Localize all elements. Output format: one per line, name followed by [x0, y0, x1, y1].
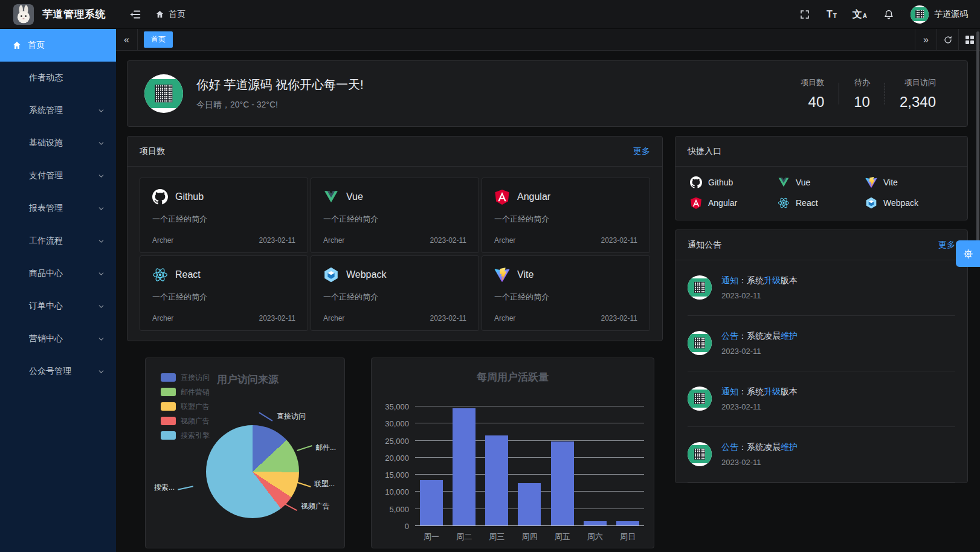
legend-item[interactable]: 邮件营销	[161, 385, 210, 399]
notice-avatar	[688, 387, 712, 411]
legend-item[interactable]: 视频广告	[161, 414, 210, 428]
user-avatar	[911, 5, 929, 24]
x-axis-label: 周三	[480, 531, 513, 542]
sidebar-item-report[interactable]: 报表管理	[0, 192, 116, 225]
webpack-icon	[323, 267, 339, 283]
pie-label: 邮件...	[297, 443, 336, 453]
app-title: 芋道管理系统	[42, 7, 106, 21]
project-card-react[interactable]: React 一个正经的简介 Archer2023-02-11	[140, 255, 308, 331]
legend-item[interactable]: 搜索引擎	[161, 428, 210, 443]
chevron-down-icon	[97, 270, 105, 278]
bar	[518, 483, 541, 525]
project-card-webpack[interactable]: Webpack 一个正经的简介 Archer2023-02-11	[311, 255, 479, 331]
sidebar-item-home[interactable]: 首页	[0, 29, 116, 62]
weather-text: 今日晴，20°C - 32°C!	[196, 100, 364, 111]
tab-home[interactable]: 首页	[144, 31, 173, 48]
tabs-scroll-right[interactable]: »	[915, 29, 936, 51]
shortcut-github[interactable]: Github	[690, 176, 778, 188]
angular-icon	[494, 189, 510, 205]
notice-date: 2023-02-11	[721, 402, 798, 411]
sidebar-item-marketing[interactable]: 营销中心	[0, 323, 116, 355]
github-icon	[152, 189, 168, 205]
tabs-scroll-left[interactable]: «	[116, 29, 138, 51]
notice-item[interactable]: 公告：系统凌晨维护 2023-02-11	[688, 316, 955, 371]
shortcut-card: 快捷入口 Github Vue Vite Angular React Webpa…	[675, 136, 968, 220]
bar-chart-card: 每周用户活跃量 05,00010,00015,00020,00025,00030…	[371, 358, 654, 548]
welcome-card: 你好 芋道源码 祝你开心每一天! 今日晴，20°C - 32°C! 项目数 40…	[127, 60, 968, 127]
shortcut-vue[interactable]: Vue	[778, 176, 865, 188]
shortcut-angular[interactable]: Angular	[690, 197, 778, 209]
y-axis-tick: 15,000	[385, 470, 409, 480]
notice-more-link[interactable]: 更多	[938, 240, 955, 251]
refresh-icon[interactable]	[936, 29, 958, 51]
sidebar-item-workflow[interactable]: 工作流程	[0, 225, 116, 257]
sidebar-item-product[interactable]: 商品中心	[0, 257, 116, 290]
notice-item[interactable]: 通知：系统升级版本 2023-02-11	[688, 371, 955, 427]
user-menu[interactable]: 芋道源码	[911, 5, 968, 24]
sidebar-item-pay[interactable]: 支付管理	[0, 159, 116, 192]
notice-item[interactable]: 通知：系统升级版本 2023-02-11	[688, 260, 955, 316]
shortcut-grid: Github Vue Vite Angular React Webpack	[675, 167, 967, 216]
vue-icon	[778, 176, 790, 188]
project-card-vite[interactable]: Vite 一个正经的简介 Archer2023-02-11	[482, 255, 650, 331]
x-axis-label: 周一	[415, 531, 448, 542]
logo[interactable]: 芋道管理系统	[13, 4, 106, 25]
breadcrumb[interactable]: 首页	[155, 9, 185, 20]
notice-date: 2023-02-11	[721, 291, 798, 300]
tabbar-tools: »	[915, 29, 980, 51]
project-card-angular[interactable]: Angular 一个正经的简介 Archer2023-02-11	[482, 178, 650, 253]
sidebar: 首页 作者动态 系统管理 基础设施 支付管理 报表管理 工作流程 商品中心 订单…	[0, 29, 116, 552]
project-date: 2023-02-11	[259, 314, 296, 323]
shortcut-webpack[interactable]: Webpack	[865, 197, 953, 209]
notice-item[interactable]: 公告：系统凌晨维护 2023-02-11	[688, 427, 955, 483]
notice-card-title: 通知公告	[688, 240, 721, 251]
vite-icon	[865, 176, 877, 188]
project-author: Archer	[152, 236, 173, 245]
project-card-vue[interactable]: Vue 一个正经的简介 Archer2023-02-11	[311, 178, 479, 253]
project-author: Archer	[494, 236, 515, 245]
sidebar-item-system[interactable]: 系统管理	[0, 94, 116, 127]
pie-label: 搜索...	[154, 483, 193, 493]
legend-item[interactable]: 直接访问	[161, 370, 210, 385]
projects-more-link[interactable]: 更多	[633, 146, 650, 157]
project-date: 2023-02-11	[601, 314, 638, 323]
project-author: Archer	[152, 314, 173, 323]
stat-todo: 待办 10	[839, 77, 885, 111]
legend-item[interactable]: 联盟广告	[161, 399, 210, 414]
shortcut-vite[interactable]: Vite	[865, 176, 953, 188]
x-axis-label: 周二	[448, 531, 480, 542]
y-axis-tick: 30,000	[385, 419, 409, 428]
y-axis-tick: 0	[405, 522, 409, 531]
notification-bell-icon[interactable]	[883, 8, 895, 21]
sidebar-item-order[interactable]: 订单中心	[0, 290, 116, 323]
chevron-down-icon	[97, 107, 105, 115]
bar	[485, 435, 508, 525]
font-size-icon[interactable]: T T	[827, 10, 837, 19]
y-axis-tick: 35,000	[385, 402, 409, 411]
shortcut-react[interactable]: React	[778, 197, 865, 209]
chevron-down-icon	[97, 368, 105, 376]
logo-avatar	[13, 4, 34, 25]
notice-list: 通知：系统升级版本 2023-02-11 公告：系统凌晨维护 2023-02-1…	[675, 260, 967, 483]
fullscreen-icon[interactable]	[799, 8, 811, 21]
x-axis-label: 周六	[579, 531, 611, 542]
sidebar-item-mp[interactable]: 公众号管理	[0, 355, 116, 388]
project-author: Archer	[323, 314, 344, 323]
app-root: 芋道管理系统 首页 T T 文 A 芋道源码 首	[0, 0, 980, 552]
vue-icon	[323, 189, 339, 205]
pie-legend: 直接访问邮件营销联盟广告视频广告搜索引擎	[161, 370, 210, 443]
projects-card: 项目数 更多 Github 一个正经的简介 Archer2023-02-11 V…	[127, 136, 663, 341]
home-icon	[12, 40, 22, 50]
sidebar-item-author-news[interactable]: 作者动态	[0, 62, 116, 94]
project-card-github[interactable]: Github 一个正经的简介 Archer2023-02-11	[140, 178, 308, 253]
project-grid: Github 一个正经的简介 Archer2023-02-11 Vue 一个正经…	[127, 167, 662, 341]
sidebar-fold-icon[interactable]	[129, 8, 142, 21]
vertical-scrollbar-thumb[interactable]	[976, 31, 979, 256]
notice-date: 2023-02-11	[721, 347, 798, 356]
theme-settings-button[interactable]	[956, 240, 980, 267]
topbar: 芋道管理系统 首页 T T 文 A 芋道源码	[0, 0, 980, 29]
language-icon[interactable]: 文 A	[853, 10, 867, 19]
profile-avatar	[144, 74, 183, 113]
sidebar-item-infra[interactable]: 基础设施	[0, 127, 116, 159]
user-name: 芋道源码	[934, 9, 968, 20]
